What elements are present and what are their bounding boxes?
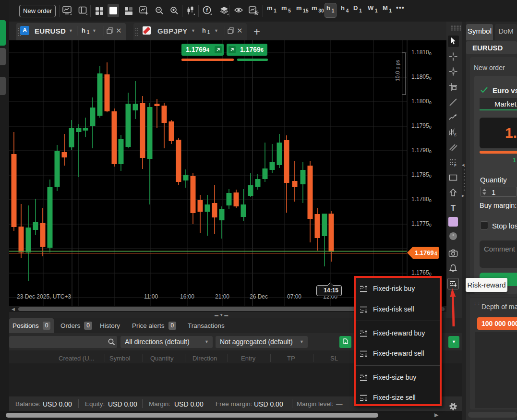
svg-text:£: £ bbox=[454, 132, 457, 137]
svg-text:f: f bbox=[206, 7, 208, 13]
svg-text:1.1769: 1.1769 bbox=[415, 249, 434, 256]
svg-text:T: T bbox=[451, 204, 456, 213]
svg-text:4: 4 bbox=[434, 251, 437, 256]
svg-text:F: F bbox=[454, 163, 457, 168]
